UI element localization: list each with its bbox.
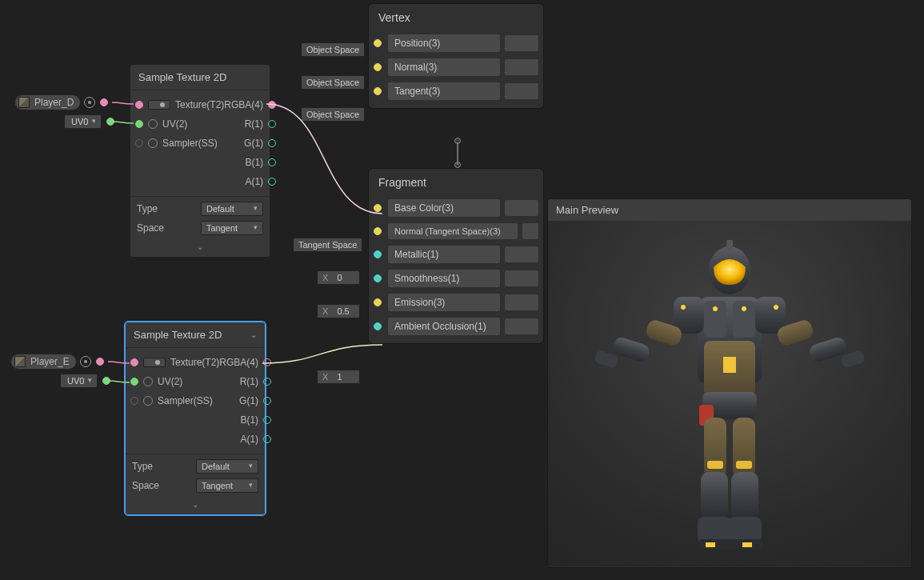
port-label: UV(2): [162, 118, 187, 130]
port-label: R(1): [240, 376, 258, 387]
svg-rect-9: [726, 240, 733, 251]
slot-basecolor: Base Color(3): [388, 199, 500, 217]
space-label: Space: [132, 480, 159, 491]
output-port[interactable]: [96, 358, 104, 366]
output-port-rgba[interactable]: [268, 101, 276, 109]
space-pill-tangent[interactable]: Object Space: [301, 107, 365, 122]
slot-value[interactable]: [505, 83, 538, 99]
slot-position: Position(3): [388, 34, 500, 52]
character-preview: [586, 221, 874, 565]
node-title[interactable]: Sample Texture 2D⌄: [126, 322, 265, 348]
input-port-metallic[interactable]: [374, 250, 382, 258]
preview-viewport[interactable]: [548, 221, 911, 566]
float-field-smoothness[interactable]: X 0.5: [317, 304, 360, 318]
radio-icon: [148, 119, 158, 129]
input-port-normal-ts[interactable]: [374, 227, 382, 235]
slot-value[interactable]: [505, 270, 538, 286]
svg-point-13: [774, 305, 778, 310]
space-pill-normal[interactable]: Object Space: [301, 75, 365, 90]
node-sample-texture-2d-1[interactable]: Sample Texture 2D Texture(T2) UV(2) Samp…: [130, 64, 270, 258]
svg-rect-32: [706, 542, 715, 547]
input-port-texture[interactable]: [130, 358, 138, 366]
slot-ao: Ambient Occlusion(1): [388, 318, 500, 335]
output-port-b[interactable]: [268, 158, 276, 166]
node-sample-texture-2d-2[interactable]: Sample Texture 2D⌄ Texture(T2) UV(2) Sam…: [125, 322, 266, 515]
output-port-rgba[interactable]: [263, 358, 271, 366]
port-label: RGBA(4): [224, 99, 263, 110]
output-port-g[interactable]: [268, 139, 276, 147]
float-field-ao[interactable]: X 1: [317, 370, 360, 384]
picker-icon[interactable]: [80, 356, 91, 367]
slot-tangent: Tangent(3): [388, 82, 500, 100]
output-port[interactable]: [106, 118, 114, 126]
svg-point-12: [681, 305, 686, 310]
input-port-sampler[interactable]: [130, 397, 138, 405]
port-label: Texture(T2): [170, 357, 219, 368]
radio-icon: [143, 377, 153, 386]
type-label: Type: [132, 461, 153, 472]
output-port-r[interactable]: [263, 378, 271, 386]
master-stack-fragment[interactable]: Fragment Base Color(3) Normal (Tangent S…: [368, 168, 544, 344]
slot-value[interactable]: [522, 223, 538, 239]
input-port-normal[interactable]: [374, 63, 382, 71]
stack-title: Vertex: [369, 4, 543, 31]
svg-point-5: [713, 306, 718, 311]
output-port-a[interactable]: [263, 435, 271, 443]
output-port[interactable]: [100, 98, 108, 106]
panel-title[interactable]: Main Preview: [548, 199, 911, 221]
input-port-tangent[interactable]: [374, 87, 382, 95]
type-dropdown[interactable]: Default: [201, 202, 263, 216]
svg-rect-4: [733, 301, 755, 338]
collapse-toggle[interactable]: ⌄: [137, 240, 263, 255]
output-port-r[interactable]: [268, 120, 276, 128]
port-label: B(1): [240, 414, 258, 426]
port-label: Texture(T2): [175, 99, 224, 110]
slot-value[interactable]: [505, 246, 538, 262]
radio-icon: [148, 138, 158, 148]
slot-value[interactable]: [505, 35, 538, 51]
space-dropdown[interactable]: Tangent: [196, 478, 258, 493]
main-preview-panel[interactable]: Main Preview: [547, 198, 912, 568]
slot-value[interactable]: [505, 318, 538, 334]
port-label: G(1): [244, 138, 263, 149]
input-port-uv[interactable]: [135, 120, 143, 128]
svg-rect-7: [723, 357, 736, 373]
svg-rect-27: [736, 461, 752, 469]
radio-icon: [143, 396, 153, 406]
type-label: Type: [137, 203, 158, 214]
float-field-metallic[interactable]: X 0: [317, 270, 360, 285]
property-player-e[interactable]: Player_E: [10, 354, 104, 370]
port-label: A(1): [245, 176, 263, 187]
input-port-emission[interactable]: [374, 298, 382, 306]
input-port-ao[interactable]: [374, 322, 382, 330]
node-title[interactable]: Sample Texture 2D: [130, 65, 270, 90]
input-port-position[interactable]: [374, 39, 382, 47]
space-label: Space: [137, 222, 164, 234]
slot-value[interactable]: [505, 200, 538, 216]
picker-icon[interactable]: [84, 97, 95, 108]
slot-value[interactable]: [505, 59, 538, 75]
type-dropdown[interactable]: Default: [196, 459, 258, 474]
port-label: Sampler(SS): [162, 138, 218, 149]
output-port-b[interactable]: [263, 416, 271, 424]
svg-rect-25: [731, 472, 758, 520]
master-stack-vertex[interactable]: Vertex Position(3) Normal(3) Tangent(3): [368, 3, 544, 109]
port-label: UV(2): [158, 376, 182, 387]
property-player-d[interactable]: Player_D: [14, 94, 108, 110]
space-dropdown[interactable]: Tangent: [201, 221, 263, 235]
output-port[interactable]: [102, 377, 110, 385]
output-port-a[interactable]: [268, 178, 276, 186]
svg-rect-24: [701, 472, 728, 520]
input-port-uv[interactable]: [130, 378, 138, 386]
space-pill-normal-ts[interactable]: Tangent Space: [293, 238, 362, 252]
input-port-sampler[interactable]: [135, 139, 143, 147]
input-port-basecolor[interactable]: [374, 204, 382, 212]
input-port-texture[interactable]: [135, 101, 143, 109]
collapse-toggle[interactable]: ⌄: [132, 498, 258, 513]
slot-value[interactable]: [505, 294, 538, 310]
radio-icon: [148, 100, 170, 110]
input-port-smoothness[interactable]: [374, 274, 382, 282]
output-port-g[interactable]: [263, 397, 271, 405]
property-label: Player_E: [30, 356, 70, 367]
space-pill-position[interactable]: Object Space: [301, 42, 365, 57]
